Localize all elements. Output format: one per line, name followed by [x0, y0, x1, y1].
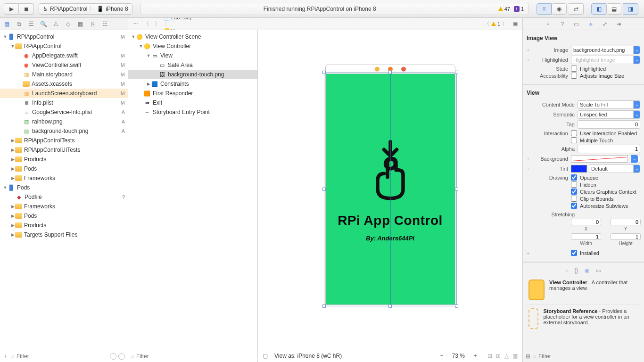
tree-row[interactable]: ▶Targets Support Files [0, 230, 128, 239]
object-library-tab[interactable]: ◎ [585, 267, 589, 274]
tree-row[interactable]: ◉AppDelegate.swift [0, 51, 128, 60]
size-inspector-tab[interactable]: ⤢ [601, 21, 609, 27]
drawing-checkbox[interactable] [571, 203, 577, 209]
quick-help-tab[interactable]: ? [559, 21, 566, 27]
issue-navigator-tab[interactable]: ⚠ [52, 21, 59, 27]
related-items-button[interactable]: ⋯ [131, 21, 140, 27]
add-icon[interactable]: + [527, 166, 531, 172]
installed-checkbox[interactable] [571, 250, 577, 256]
drawing-checkbox[interactable] [571, 196, 577, 202]
jump-bar-issues[interactable]: 〈 1 〉 [482, 20, 509, 27]
stretch-y-input[interactable] [611, 219, 641, 225]
tree-row[interactable]: ▥Main.storyboard [0, 70, 128, 79]
jump-bar-crumb[interactable]: 📄Lau...se) [164, 18, 221, 21]
drawing-checkbox[interactable] [571, 189, 577, 195]
outline-row[interactable]: ▶🟦Constraints [128, 79, 257, 89]
code-snippet-library-tab[interactable]: {} [574, 267, 578, 274]
exit-icon[interactable] [401, 67, 406, 72]
tint-select[interactable]: Default⌄ [589, 165, 640, 173]
align-button[interactable]: ⊟ [487, 353, 492, 359]
background-color-menu[interactable]: ⌄ [629, 155, 640, 163]
test-navigator-tab[interactable]: ◇ [64, 21, 72, 27]
view-controller-icon[interactable] [375, 67, 380, 72]
tag-input[interactable] [578, 120, 640, 129]
highlighted-checkbox[interactable] [571, 66, 577, 72]
breakpoint-navigator-tab[interactable]: ⎘ [89, 21, 96, 27]
grid-list-toggle[interactable]: ⊞ [526, 353, 530, 360]
tree-row[interactable]: ▶Products [0, 221, 128, 230]
tree-row[interactable]: ▥LaunchScreen.storyboard [0, 89, 128, 98]
content-mode-select[interactable]: Scale To Fill⌄ [578, 100, 640, 109]
tree-row[interactable]: ▶Frameworks [0, 202, 128, 211]
device-config-button[interactable]: ▢ [263, 353, 268, 359]
add-button[interactable]: ＋ [3, 352, 8, 360]
library-item[interactable]: View Controller - A controller that mana… [527, 276, 640, 304]
version-editor-button[interactable]: ⇄ [569, 3, 584, 15]
debug-navigator-tab[interactable]: ▦ [76, 21, 84, 27]
toggle-inspector-button[interactable]: ◨ [623, 3, 638, 15]
tree-row[interactable]: ▼▉RPiAppControl [0, 32, 128, 41]
outline-row[interactable]: ▼🟡View Controller Scene [128, 32, 257, 41]
recent-filter-toggle[interactable] [110, 353, 116, 360]
tree-row[interactable]: ▶Pods [0, 164, 128, 173]
file-template-library-tab[interactable]: ▫ [566, 267, 568, 274]
pin-button[interactable]: ⊞ [496, 353, 501, 359]
outline-row[interactable]: ➡Exit [128, 98, 257, 107]
zoom-level[interactable]: 73 % [452, 353, 465, 359]
symbol-navigator-tab[interactable]: ☰ [27, 21, 35, 27]
user-interaction-checkbox[interactable] [571, 130, 577, 136]
tree-row[interactable]: ▶RPiAppControlTests [0, 136, 128, 145]
resolve-issues-button[interactable]: △ [504, 353, 509, 359]
tree-row[interactable]: Assets.xcassets [0, 79, 128, 89]
project-navigator-tab[interactable]: ▤ [3, 21, 10, 27]
add-icon[interactable]: + [527, 57, 531, 63]
errors-badge[interactable]: !1 [514, 6, 524, 12]
alpha-input[interactable] [578, 145, 640, 153]
find-navigator-tab[interactable]: 🔍 [40, 21, 47, 27]
media-library-tab[interactable]: ▭ [596, 267, 601, 274]
navigator-filter-input[interactable] [17, 353, 108, 360]
image-combobox[interactable]: background-touch.png⌄ [571, 46, 640, 54]
tree-row[interactable]: ▼▉Pods [0, 183, 128, 192]
outline-row[interactable]: ▭Safe Area [128, 60, 257, 70]
add-icon[interactable]: + [527, 250, 531, 256]
multiple-touch-checkbox[interactable] [571, 137, 577, 143]
embed-button[interactable]: ▥ [512, 353, 518, 359]
toggle-outline-button[interactable]: ▣ [511, 21, 520, 27]
stop-button[interactable]: ◼ [19, 3, 34, 15]
project-tree[interactable]: ▼▉RPiAppControl▼RPiAppControl◉AppDelegat… [0, 30, 128, 350]
tree-row[interactable]: ▶RPiAppControlUITests [0, 145, 128, 155]
outline-tree[interactable]: ▼🟡View Controller Scene▼🟡View Controller… [128, 30, 257, 350]
zoom-in-button[interactable]: ＋ [472, 352, 478, 360]
semantic-select[interactable]: Unspecified⌄ [578, 110, 640, 119]
launch-screen-view[interactable]: RPi App Control By: Anders644PI [325, 74, 455, 305]
tree-row[interactable]: ◉ViewController.swift [0, 60, 128, 70]
stretch-h-input[interactable] [611, 233, 641, 240]
file-inspector-tab[interactable]: ▫ [545, 21, 552, 27]
standard-editor-button[interactable]: ≡ [537, 3, 552, 15]
back-button[interactable]: 〈 [142, 20, 151, 27]
outline-row[interactable]: →Storyboard Entry Point [128, 107, 257, 117]
tint-swatch[interactable] [571, 165, 587, 173]
scheme-selector[interactable]: ♿︎ RPiAppControl 〉 📱 iPhone 8 [39, 3, 132, 15]
outline-row[interactable]: 🖼background-touch.png [128, 70, 257, 79]
scm-filter-toggle[interactable] [118, 353, 125, 360]
forward-button[interactable]: 〉 [153, 20, 162, 27]
canvas[interactable]: → [258, 30, 522, 349]
add-icon[interactable]: + [527, 47, 531, 53]
jump-bar[interactable]: ⋯ 〈 〉 🟦RPiAppControl〉📁RPi...trol〉📄Lau...… [128, 18, 522, 30]
tree-row[interactable]: ≣GoogleService-Info.plist [0, 107, 128, 117]
add-icon[interactable]: + [527, 156, 531, 162]
first-responder-icon[interactable] [388, 67, 393, 72]
tree-row[interactable]: ◆Podfile [0, 192, 128, 202]
tree-row[interactable]: ≣Info.plist [0, 98, 128, 107]
connections-inspector-tab[interactable]: ➜ [615, 21, 623, 27]
outline-row[interactable]: ▼▭View [128, 51, 257, 60]
highlighted-combobox[interactable]: Highlighted Image⌄ [571, 56, 640, 64]
toggle-debug-area-button[interactable]: ⬓ [606, 3, 621, 15]
zoom-out-button[interactable]: － [439, 352, 445, 360]
scene-dock[interactable] [325, 65, 455, 74]
library-filter-input[interactable] [538, 353, 641, 360]
view-as-label[interactable]: View as: iPhone 8 (wC hR) [274, 353, 439, 359]
tree-row[interactable]: ▶Products [0, 155, 128, 164]
